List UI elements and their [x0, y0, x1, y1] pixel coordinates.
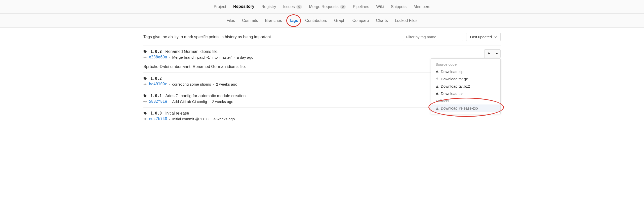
dropdown-item-targz[interactable]: Download tar.gz — [431, 75, 500, 83]
mr-count-badge: 0 — [340, 5, 346, 9]
tag-icon — [143, 94, 147, 98]
header-controls: Last updated — [403, 33, 501, 41]
commit-sha[interactable]: eec7b748 — [149, 117, 167, 121]
download-dropdown-menu: Source code Download zip Download tar.gz… — [431, 58, 501, 114]
nav-members[interactable]: Members — [414, 0, 430, 13]
nav-issues[interactable]: Issues 0 — [283, 0, 302, 13]
tag-icon — [143, 112, 147, 115]
commit-message: Merge branch 'patch-1' into 'master' — [172, 55, 232, 59]
header-row: Tags give the ability to mark specific p… — [143, 33, 501, 41]
nav-merge-requests[interactable]: Merge Requests 0 — [309, 0, 346, 13]
issues-count-badge: 0 — [296, 5, 302, 9]
commit-message: Add GitLab CI config — [172, 99, 207, 104]
subnav-commits[interactable]: Commits — [242, 18, 258, 23]
commit-icon — [143, 118, 147, 120]
download-icon — [435, 92, 439, 95]
svg-point-6 — [145, 101, 146, 102]
commit-sha[interactable]: 5882f81e — [149, 99, 167, 104]
download-icon-part[interactable] — [485, 50, 493, 58]
subnav-graph[interactable]: Graph — [334, 18, 345, 23]
download-caret-part[interactable] — [493, 50, 500, 58]
subnav-files[interactable]: Files — [226, 18, 235, 23]
sub-navigation: Files Commits Branches Tags Contributors… — [0, 14, 644, 28]
tag-name[interactable]: 1.0.2 — [150, 76, 162, 81]
nav-wiki[interactable]: Wiki — [376, 0, 384, 13]
dropdown-header-source: Source code — [431, 61, 500, 68]
tag-name[interactable]: 1.0.0 — [150, 111, 162, 116]
commit-message: correcting some idioms — [172, 82, 211, 86]
commit-time: a day ago — [237, 55, 253, 59]
commit-time: 2 weeks ago — [216, 82, 237, 86]
subnav-compare[interactable]: Compare — [352, 18, 369, 23]
subnav-tags[interactable]: Tags — [289, 18, 298, 23]
nav-project[interactable]: Project — [214, 0, 226, 13]
separator: · — [211, 117, 212, 121]
commit-icon — [143, 56, 147, 58]
nav-snippets[interactable]: Snippets — [391, 0, 407, 13]
download-button[interactable] — [484, 49, 501, 58]
sort-label: Last updated — [470, 35, 492, 39]
subnav-locked-files[interactable]: Locked Files — [395, 18, 418, 23]
dropdown-item-tar[interactable]: Download tar — [431, 90, 500, 97]
chevron-down-icon — [494, 36, 497, 38]
tag-title: Renamed German idioms file. — [165, 49, 219, 54]
commit-icon — [143, 83, 147, 85]
top-navigation: Project Repository Registry Issues 0 Mer… — [0, 0, 644, 14]
nav-pipelines[interactable]: Pipelines — [353, 0, 369, 13]
download-icon — [487, 52, 491, 55]
nav-repository[interactable]: Repository — [233, 0, 254, 13]
caret-down-icon — [496, 53, 498, 54]
svg-point-3 — [145, 84, 146, 85]
separator: · — [169, 117, 170, 121]
tag-icon — [143, 77, 147, 80]
download-icon — [435, 70, 439, 73]
commit-time: 4 weeks ago — [214, 117, 235, 121]
separator: · — [213, 82, 214, 86]
commit-sha[interactable]: ba49109c — [149, 82, 167, 86]
separator: · — [169, 55, 170, 59]
commit-icon — [143, 101, 147, 102]
tag-block: 1.0.3 Renamed German idioms file. e338e6… — [143, 46, 501, 73]
download-icon — [435, 85, 439, 88]
tag-title: Initial release — [165, 111, 189, 116]
separator: · — [234, 55, 235, 59]
download-icon — [435, 106, 439, 110]
subnav-branches[interactable]: Branches — [265, 18, 282, 23]
separator: · — [169, 99, 170, 104]
content-area: Tags give the ability to mark specific p… — [126, 28, 518, 130]
svg-point-9 — [145, 118, 146, 119]
subnav-contributors[interactable]: Contributors — [305, 18, 327, 23]
tag-icon — [143, 50, 147, 53]
dropdown-item-zip[interactable]: Download zip — [431, 68, 500, 75]
dropdown-item-release-zip[interactable]: Download 'release-zip' — [431, 104, 500, 112]
sort-dropdown[interactable]: Last updated — [466, 33, 501, 41]
dropdown-header-artifacts: Artifacts — [431, 97, 500, 104]
commit-time: 2 weeks ago — [212, 99, 233, 104]
tag-name[interactable]: 1.0.3 — [150, 49, 162, 54]
page-description: Tags give the ability to mark specific p… — [143, 35, 271, 39]
download-icon — [435, 77, 439, 81]
nav-registry[interactable]: Registry — [261, 0, 276, 13]
separator: · — [169, 82, 170, 86]
commit-sha[interactable]: e338e60a — [149, 55, 167, 59]
tag-name[interactable]: 1.0.1 — [150, 94, 162, 98]
svg-point-0 — [145, 57, 146, 58]
dropdown-item-tarbz2[interactable]: Download tar.bz2 — [431, 83, 500, 90]
filter-input[interactable] — [403, 33, 463, 41]
commit-message: Initial commit @ 1.0.0 — [172, 117, 208, 121]
tag-title: Adds CI config for automatic module crea… — [165, 94, 247, 98]
separator: · — [209, 99, 210, 104]
subnav-charts[interactable]: Charts — [376, 18, 388, 23]
